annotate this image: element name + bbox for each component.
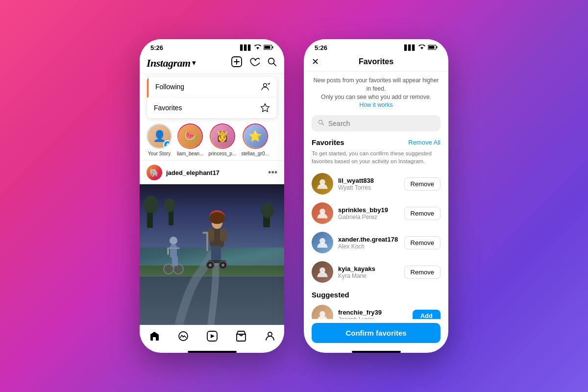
road-scene	[140, 184, 284, 325]
user-avatar-xander	[312, 232, 333, 253]
header-icons	[231, 56, 277, 70]
add-icon[interactable]	[231, 56, 242, 70]
story-your[interactable]: 👤 + Your Story	[147, 123, 172, 156]
logo-text: Instagram	[147, 57, 191, 70]
user-name-frenchie: Joseph Lyons	[338, 316, 408, 319]
story-princess[interactable]: 👸 princess_p...	[208, 123, 236, 156]
remove-all-btn[interactable]: Remove All	[408, 139, 441, 146]
signal-icon: ▋▋▋	[240, 45, 252, 51]
svg-rect-13	[216, 245, 221, 263]
user-handle-sprinkles: sprinkles_bby19	[338, 206, 399, 214]
status-icons-right: ▋▋▋	[404, 45, 438, 51]
suggested-section-title: Suggested	[304, 287, 448, 301]
add-frenchie-btn[interactable]: Add	[413, 310, 441, 319]
user-item-frenchie: frenchie_fry39 Joseph Lyons Add	[304, 301, 448, 319]
instagram-logo: Instagram ▾	[147, 57, 196, 70]
favorites-title: Favorites	[359, 57, 393, 66]
user-avatar-frenchie	[312, 305, 333, 319]
post-more-btn[interactable]: •••	[268, 168, 277, 178]
app-header-left: Instagram ▾	[140, 53, 284, 74]
post-image	[140, 184, 284, 325]
stories-row: 👤 + Your Story 🍉 liam_bean... 👸 princess…	[140, 119, 284, 161]
dropdown-favorites[interactable]: Favorites	[147, 98, 277, 118]
story-stella[interactable]: ⭐ stellas_gr0...	[241, 123, 269, 156]
user-name-sprinkles: Gabriela Perez	[338, 214, 399, 220]
svg-rect-10	[207, 229, 214, 241]
svg-point-23	[164, 264, 173, 274]
favorites-section-desc: To get started, you can confirm these su…	[304, 148, 448, 169]
favorites-section-header: Favorites Remove All	[304, 136, 448, 148]
user-avatar-sprinkles	[312, 202, 333, 224]
post-user: 🐘 jaded_elephant17	[147, 165, 220, 180]
remove-xander-btn[interactable]: Remove	[404, 236, 441, 249]
svg-rect-25	[172, 256, 175, 266]
search-input[interactable]	[328, 120, 435, 127]
user-info-frenchie: frenchie_fry39 Joseph Lyons	[338, 309, 408, 319]
scooter-person-svg	[197, 207, 237, 286]
svg-rect-22	[170, 245, 177, 258]
nav-profile-icon[interactable]	[264, 330, 276, 345]
user-handle-kyia: kyia_kayaks	[338, 265, 399, 272]
heart-icon[interactable]	[249, 56, 260, 70]
svg-rect-15	[202, 232, 208, 234]
svg-point-30	[179, 332, 188, 341]
user-avatar-wyatt	[312, 173, 333, 195]
user-handle-xander: xander.the.great178	[338, 236, 399, 243]
status-time-right: 5:26	[315, 44, 327, 51]
info-text-line1: New posts from your favorites will appea…	[313, 77, 439, 100]
nav-messenger-icon[interactable]	[177, 330, 189, 345]
dropdown-following[interactable]: Following	[147, 76, 277, 98]
svg-point-8	[209, 212, 225, 224]
app-header-right: ✕ Favorites	[304, 53, 448, 72]
following-label: Following	[155, 83, 184, 91]
right-phone: 5:26 ▋▋▋ ✕ Favorites New posts from your…	[304, 39, 448, 353]
nav-reels-icon[interactable]	[206, 330, 218, 345]
svg-rect-28	[167, 247, 169, 255]
status-bar-right: 5:26 ▋▋▋	[304, 39, 448, 53]
info-section: New posts from your favorites will appea…	[304, 72, 448, 112]
cyclist-svg	[161, 234, 186, 283]
svg-point-21	[170, 237, 177, 245]
logo-chevron[interactable]: ▾	[192, 59, 196, 67]
remove-sprinkles-btn[interactable]: Remove	[404, 207, 441, 220]
user-item-xander: xander.the.great178 Alex Koch Remove	[304, 228, 448, 257]
wifi-icon-r	[418, 45, 425, 51]
feed-dropdown: Following Favorites	[147, 76, 277, 119]
home-indicator-right	[352, 351, 401, 353]
post-avatar: 🐘	[147, 165, 162, 180]
user-name-wyatt: Wyatt Torres	[338, 184, 399, 191]
nav-home-icon[interactable]	[148, 330, 160, 345]
svg-rect-26	[175, 256, 178, 266]
svg-rect-12	[211, 245, 216, 263]
following-icon	[260, 82, 270, 92]
favorites-label: Favorites	[154, 104, 182, 112]
user-avatar-kyia	[312, 261, 333, 283]
battery-icon	[264, 45, 273, 51]
remove-wyatt-btn[interactable]: Remove	[404, 177, 441, 191]
svg-rect-29	[153, 337, 156, 341]
search-icon-r	[318, 119, 324, 127]
search-bar[interactable]	[312, 115, 441, 131]
favorites-section-title: Favorites	[312, 138, 344, 147]
user-info-sprinkles: sprinkles_bby19 Gabriela Perez	[338, 206, 399, 220]
remove-kyia-btn[interactable]: Remove	[404, 266, 441, 279]
user-item-sprinkles: sprinkles_bby19 Gabriela Perez Remove	[304, 198, 448, 228]
story-your-label: Your Story	[148, 151, 171, 156]
user-info-kyia: kyia_kayaks Kyra Marie	[338, 265, 399, 279]
post-header: 🐘 jaded_elephant17 •••	[140, 161, 284, 184]
svg-rect-2	[265, 46, 270, 49]
how-it-works-link[interactable]: How it works	[359, 101, 392, 108]
story-princess-label: princess_p...	[208, 151, 236, 156]
battery-icon-r	[428, 45, 438, 51]
user-name-xander: Alex Koch	[338, 243, 399, 250]
nav-shop-icon[interactable]	[235, 330, 247, 345]
svg-point-24	[173, 264, 183, 274]
svg-rect-1	[272, 47, 273, 49]
svg-point-20	[221, 264, 224, 267]
confirm-favorites-btn[interactable]: Confirm favorites	[312, 323, 441, 343]
close-button[interactable]: ✕	[312, 56, 319, 67]
user-name-kyia: Kyra Marie	[338, 272, 399, 279]
search-icon[interactable]	[267, 56, 277, 70]
story-liam[interactable]: 🍉 liam_bean...	[177, 123, 203, 156]
status-time-left: 5:26	[150, 44, 163, 51]
